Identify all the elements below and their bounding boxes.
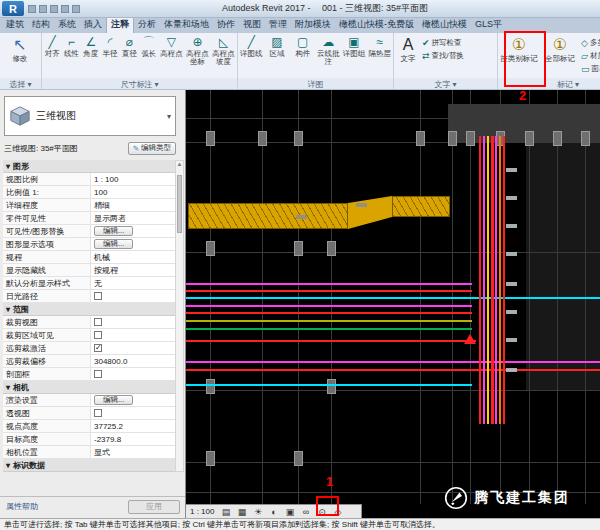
property-value[interactable]: 机械 bbox=[91, 251, 175, 263]
save-icon[interactable] bbox=[39, 5, 47, 13]
properties-help-link[interactable]: 属性帮助 bbox=[6, 501, 38, 512]
sun-path-checkbox[interactable] bbox=[94, 292, 102, 300]
spot-elevation-button[interactable]: ▽ 高程点 bbox=[159, 35, 184, 58]
spot-coordinate-button[interactable]: ⊕ 高程点 坐标 bbox=[185, 35, 210, 67]
print-icon[interactable] bbox=[72, 5, 80, 13]
edit-graphics-options-button[interactable]: 编辑... bbox=[94, 239, 133, 249]
panel-text: A 文字 ✔ 拼写检查 ⇄ 查找/替换 文字▾ bbox=[394, 33, 498, 90]
tab-manage[interactable]: 管理 bbox=[265, 18, 291, 33]
property-value[interactable]: 显式 bbox=[91, 446, 175, 458]
property-value[interactable]: 精细 bbox=[91, 199, 175, 211]
tab-analyze[interactable]: 分析 bbox=[134, 18, 160, 33]
dim-angular-button[interactable]: ∠ 角度 bbox=[82, 35, 100, 58]
panel-label-select[interactable]: 选择▾ bbox=[0, 78, 41, 90]
insulation-button[interactable]: ≈ 隔热层 bbox=[367, 35, 392, 58]
dim-arclength-button[interactable]: ⌒ 弧长 bbox=[140, 35, 158, 58]
tab-massing-site[interactable]: 体量和场地 bbox=[160, 18, 213, 33]
property-row: 裁剪区域可见 bbox=[3, 329, 175, 342]
detail-component-icon: ▢ bbox=[297, 35, 308, 50]
view-scale-button[interactable]: 1 : 100 bbox=[190, 507, 214, 516]
drawing-area[interactable]: 1 : 100 ▤ ▦ ☀ ◐ ▣ ∞ ⊙ ◇ 1 腾飞建工集团 bbox=[186, 90, 600, 518]
multi-category-tag-button[interactable]: ◇ 多类别 bbox=[581, 38, 600, 48]
shadows-icon[interactable]: ◐ bbox=[269, 506, 278, 518]
panel-label-dimension[interactable]: 尺寸标注▾ bbox=[42, 78, 237, 90]
type-selector[interactable]: 三维视图 ▾ bbox=[4, 96, 176, 136]
property-value[interactable]: 无 bbox=[91, 277, 175, 289]
far-clip-active-checkbox[interactable] bbox=[94, 344, 102, 352]
chevron-down-icon: ▾ bbox=[167, 112, 171, 121]
detail-group-button[interactable]: ▣ 详图组 bbox=[342, 35, 367, 58]
tab-glsmodel[interactable]: 橄榄山快模 bbox=[418, 18, 471, 33]
text-icon: A bbox=[403, 35, 414, 55]
crop-view-icon[interactable]: ▣ bbox=[285, 506, 294, 518]
detail-level-icon[interactable]: ▤ bbox=[221, 506, 230, 518]
section-identity-data[interactable]: ▾标识数据 bbox=[3, 459, 175, 472]
edit-type-icon: ✎ bbox=[133, 144, 139, 153]
perspective-checkbox[interactable] bbox=[94, 409, 102, 417]
watermark: 腾飞建工集团 bbox=[444, 486, 570, 510]
panel-label-detail[interactable]: 详图 bbox=[238, 78, 393, 90]
temporary-hide-isolate-icon[interactable]: ∞ bbox=[301, 506, 310, 518]
property-value[interactable]: 100 bbox=[91, 186, 175, 198]
section-box-checkbox[interactable] bbox=[94, 370, 102, 378]
crop-visible-checkbox[interactable] bbox=[94, 331, 102, 339]
find-replace-icon: ⇄ bbox=[422, 51, 430, 61]
undo-icon[interactable] bbox=[50, 5, 58, 13]
component-button[interactable]: ▢ 构件 bbox=[290, 35, 315, 58]
arc-length-icon: ⌒ bbox=[143, 35, 155, 50]
property-value[interactable]: 1 : 100 bbox=[91, 173, 175, 185]
crop-view-checkbox[interactable] bbox=[94, 318, 102, 326]
property-value[interactable]: 显示两者 bbox=[91, 212, 175, 224]
region-button[interactable]: ▨ 区域 bbox=[265, 35, 290, 58]
redo-icon[interactable] bbox=[61, 5, 69, 13]
tab-collaborate[interactable]: 协作 bbox=[213, 18, 239, 33]
insulation-icon: ≈ bbox=[376, 35, 383, 50]
open-icon[interactable] bbox=[28, 5, 36, 13]
area-tag-button[interactable]: ▭ 面积标记 bbox=[581, 64, 600, 74]
tag-all-button[interactable]: ① 全部标记 bbox=[540, 35, 580, 63]
modify-button[interactable]: ↖ 修改 bbox=[1, 35, 39, 63]
visual-style-icon[interactable]: ▦ bbox=[237, 506, 246, 518]
tab-glsmodel-free[interactable]: 橄榄山快模-免费版 bbox=[335, 18, 418, 33]
properties-scrollbar[interactable]: ▲ bbox=[175, 160, 184, 472]
dim-aligned-button[interactable]: ╱ 对齐 bbox=[43, 35, 61, 58]
apply-button[interactable]: 应用 bbox=[128, 500, 180, 514]
tab-architecture[interactable]: 建筑 bbox=[2, 18, 28, 33]
tab-gls[interactable]: GLS平 bbox=[471, 18, 506, 33]
section-graphics[interactable]: ▾图形 bbox=[3, 160, 175, 173]
section-extents[interactable]: ▾范围 bbox=[3, 303, 175, 316]
sun-path-icon[interactable]: ☀ bbox=[253, 506, 262, 518]
edit-visibility-button[interactable]: 编辑... bbox=[94, 226, 133, 236]
detail-line-button[interactable]: ╱ 详图线 bbox=[239, 35, 264, 58]
revision-cloud-button[interactable]: ☁ 云线批注 bbox=[316, 35, 341, 67]
text-button[interactable]: A 文字 bbox=[395, 35, 421, 63]
tab-addins[interactable]: 附加模块 bbox=[291, 18, 335, 33]
edit-type-button[interactable]: ✎ 编辑类型 bbox=[128, 142, 176, 155]
property-row: 显示隐藏线按规程 bbox=[3, 264, 175, 277]
material-tag-button[interactable]: ▱ 材质标记 bbox=[581, 51, 600, 61]
property-row: 可见性/图形替换编辑... bbox=[3, 225, 175, 238]
tab-insert[interactable]: 插入 bbox=[80, 18, 106, 33]
spot-slope-button[interactable]: ◺ 高程点 坡度 bbox=[211, 35, 236, 67]
spell-check-button[interactable]: ✔ 拼写检查 bbox=[422, 38, 494, 48]
revit-app-menu-icon[interactable]: R bbox=[2, 1, 24, 16]
dim-radial-button[interactable]: ◜ 半径 bbox=[101, 35, 119, 58]
property-value[interactable]: 37725.2 bbox=[91, 420, 175, 432]
property-row: 详细程度精细 bbox=[3, 199, 175, 212]
tab-annotate[interactable]: 注释 bbox=[106, 18, 134, 33]
find-replace-button[interactable]: ⇄ 查找/替换 bbox=[422, 51, 494, 61]
section-camera[interactable]: ▾相机 bbox=[3, 381, 175, 394]
panel-label-text[interactable]: 文字▾ bbox=[394, 78, 497, 90]
spot-slope-icon: ◺ bbox=[219, 35, 228, 50]
property-value[interactable]: -2379.8 bbox=[91, 433, 175, 445]
tab-systems[interactable]: 系统 bbox=[54, 18, 80, 33]
property-row: 零件可见性显示两者 bbox=[3, 212, 175, 225]
property-value[interactable]: 304800.0 bbox=[91, 355, 175, 367]
detail-group-icon: ▣ bbox=[348, 35, 359, 50]
tab-structure[interactable]: 结构 bbox=[28, 18, 54, 33]
render-settings-button[interactable]: 编辑... bbox=[94, 395, 133, 405]
dim-linear-button[interactable]: ⌐ 线性 bbox=[62, 35, 80, 58]
property-value[interactable]: 按规程 bbox=[91, 264, 175, 276]
dim-diameter-button[interactable]: ⌀ 直径 bbox=[120, 35, 138, 58]
tab-view[interactable]: 视图 bbox=[239, 18, 265, 33]
